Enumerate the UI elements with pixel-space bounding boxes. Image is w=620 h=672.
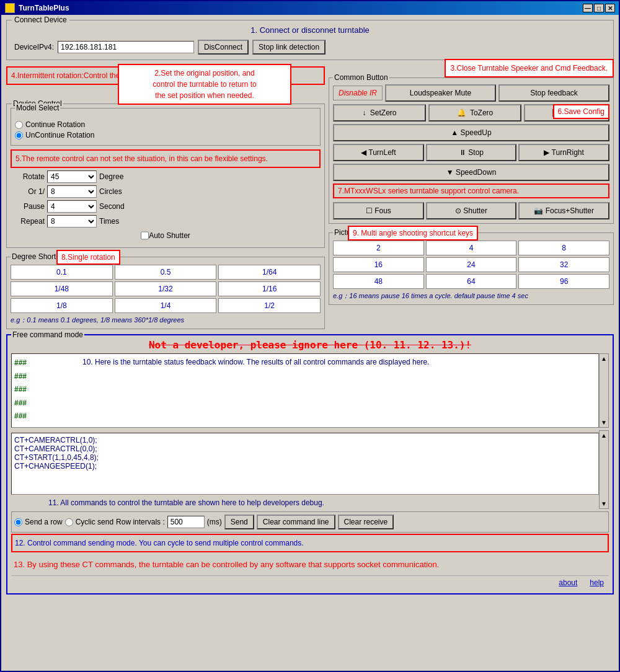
- degree-shortcut-btn[interactable]: 0.5: [115, 265, 217, 280]
- continue-rotation-radio[interactable]: [15, 121, 23, 129]
- focus-shutter-label: Focus+Shutter: [546, 206, 594, 215]
- device-row: DeviceIPv4: DisConnect Stop link detecti…: [14, 40, 606, 55]
- uncontinue-rotation-radio[interactable]: [15, 131, 23, 139]
- command-scrollbar[interactable]: ▲ ▼: [599, 430, 609, 509]
- uncontinue-rotation-row: UnContinue Rotation: [15, 131, 316, 139]
- annotation10: 10. Here is the turntable status feedbac…: [82, 356, 429, 423]
- to-zero-icon: 🔔: [457, 108, 466, 117]
- tooltip7-box: 7.MTxxxWSLx series turntable support con…: [333, 183, 609, 198]
- title-bar: TurnTablePlus — □ ✕: [1, 1, 619, 15]
- row-intervals-input[interactable]: [167, 516, 205, 528]
- degree-shortcut-btn[interactable]: 1/48: [11, 281, 113, 296]
- shutter-label: Shutter: [463, 206, 487, 215]
- send-row: Send a row Cyclic send Row intervals : (…: [11, 511, 609, 533]
- to-zero-button[interactable]: 🔔 ToZero: [428, 104, 521, 122]
- free-command-title: Free command mode: [11, 330, 84, 339]
- shutter-button[interactable]: ⊙ Shutter: [426, 202, 517, 219]
- pictures-shortcut-btn[interactable]: 16: [333, 257, 424, 272]
- degree-shortcut-btn[interactable]: 1/2: [218, 298, 321, 313]
- tooltip2-box: 2.Set the original position, and control…: [118, 64, 291, 105]
- ms-label: (ms): [207, 518, 222, 526]
- send-button[interactable]: Send: [224, 515, 254, 529]
- setzero-row: ↓ SetZero 🔔 ToZero 💾 Save 6.: [333, 104, 609, 122]
- device-label: DeviceIPv4:: [14, 43, 54, 51]
- set-zero-button[interactable]: ↓ SetZero: [333, 104, 426, 122]
- pictures-shortcut-btn[interactable]: 64: [426, 274, 517, 289]
- continue-rotation-label: Continue Rotation: [25, 120, 85, 129]
- degree-shortcut-btn[interactable]: 1/16: [218, 281, 321, 296]
- speed-up-button[interactable]: ▲ SpeedUp: [333, 124, 609, 141]
- circles-select[interactable]: 8416: [47, 185, 97, 198]
- pictures-shortcut-btn[interactable]: 32: [518, 257, 609, 272]
- cyclic-send-label: Cyclic send: [76, 518, 113, 526]
- close-button[interactable]: ✕: [605, 4, 615, 12]
- stop-feedback-button[interactable]: Stop feedback: [498, 84, 609, 102]
- speed-down-button[interactable]: ▼ SpeedDown: [333, 164, 609, 181]
- degree-note: e.g：0.1 means 0.1 degrees, 1/8 means 360…: [11, 316, 321, 325]
- content-area: Connect Device 1. Connect or disconnet t…: [1, 15, 619, 599]
- title-bar-left: TurnTablePlus: [5, 3, 69, 13]
- repeat-select[interactable]: 8416: [47, 215, 97, 228]
- help-link[interactable]: help: [590, 578, 604, 587]
- uncontinue-rotation-label: UnContinue Rotation: [25, 131, 94, 139]
- fous-icon: ☐: [366, 206, 373, 215]
- turn-right-button[interactable]: ▶ TurnRight: [518, 144, 609, 161]
- pictures-shortcut-btn[interactable]: 4: [426, 241, 517, 255]
- tooltip5-box: 5.The remote control can not set the sit…: [11, 149, 321, 168]
- pictures-shortcut-btn[interactable]: 48: [333, 274, 424, 289]
- turn-left-button[interactable]: ◀ TurnLeft: [333, 144, 424, 161]
- fous-button[interactable]: ☐ Fous: [333, 202, 424, 219]
- dev-warning: Not a developer, please ignore here (10.…: [11, 339, 609, 351]
- command-line: CT+START(1,1,0,45,4,8);: [14, 453, 596, 462]
- feedback-scrollbar[interactable]: ▲ ▼: [599, 353, 609, 428]
- set-zero-label: SetZero: [370, 108, 397, 117]
- pictures-shortcut-btn[interactable]: 2: [333, 241, 424, 255]
- restore-button[interactable]: □: [594, 4, 604, 12]
- command-line: CT+CHANGESPEED(1);: [14, 462, 596, 471]
- tooltip3-box: 3.Close Turntable Speeker and Cmd Feedba…: [445, 59, 614, 77]
- annotation11: 11. All commands to control the turntabl…: [48, 497, 599, 509]
- rotate-row: Rotate 4590180360 Degree: [11, 170, 321, 183]
- degree-label: Degree: [99, 172, 118, 181]
- pictures-shortcut-grid: 248162432486496: [333, 241, 609, 289]
- annotation13: 13. By using these CT commands, the turn…: [11, 555, 609, 576]
- disable-ir-button[interactable]: Disnable IR: [333, 86, 383, 100]
- disconnect-button[interactable]: DisConnect: [198, 40, 249, 55]
- step1-label: 1. Connect or disconnet turntable: [14, 25, 606, 35]
- stop-icon: ⏸: [459, 148, 466, 157]
- app-icon: [5, 3, 15, 13]
- pause-select[interactable]: 428: [47, 200, 97, 213]
- pictures-shortcut-btn[interactable]: 8: [518, 241, 609, 255]
- pictures-shortcut-btn[interactable]: 96: [518, 274, 609, 289]
- focus-shutter-button[interactable]: 📷 Focus+Shutter: [518, 202, 609, 219]
- auto-shutter-checkbox[interactable]: [141, 231, 149, 240]
- speed-down-icon: ▼: [446, 168, 454, 177]
- turn-right-icon: ▶: [544, 148, 549, 157]
- cyclic-send-radio[interactable]: [65, 518, 73, 526]
- about-link[interactable]: about: [559, 578, 577, 587]
- send-row-radio[interactable]: [14, 518, 22, 526]
- feedback-hash: ###: [14, 356, 45, 370]
- minimize-button[interactable]: —: [583, 4, 593, 12]
- degree-shortcut-btn[interactable]: 1/8: [11, 298, 113, 313]
- clear-command-button[interactable]: Clear command line: [257, 515, 335, 529]
- stop-link-button[interactable]: Stop link detection: [252, 40, 326, 55]
- degree-shortcut-btn[interactable]: 0.1: [11, 265, 113, 280]
- speed-down-label: SpeedDown: [456, 168, 496, 177]
- pictures-shortcut-btn[interactable]: 24: [426, 257, 517, 272]
- right-panel: 3.Close Turntable Speeker and Cmd Feedba…: [329, 64, 614, 329]
- device-ipv4-input[interactable]: [58, 41, 194, 53]
- feedback-hash: ###: [14, 383, 45, 397]
- rotate-select[interactable]: 4590180360: [47, 170, 97, 183]
- or-row: Or 1/ 8416 Circles: [11, 185, 321, 198]
- pictures-shortcut-box: Pictures Shortcut 9. Multi angle shootin…: [329, 232, 614, 305]
- stop-button[interactable]: ⏸ Stop: [426, 144, 517, 161]
- clear-receive-button[interactable]: Clear receive: [338, 515, 394, 529]
- speed-up-icon: ▲: [451, 128, 458, 137]
- repeat-label: Repeat: [11, 217, 45, 226]
- shutter-icon: ⊙: [455, 206, 461, 215]
- degree-shortcut-btn[interactable]: 1/4: [115, 298, 217, 313]
- degree-shortcut-btn[interactable]: 1/64: [218, 265, 321, 280]
- loudspeaker-mute-button[interactable]: Loudspeaker Mute: [385, 84, 496, 102]
- degree-shortcut-btn[interactable]: 1/32: [115, 281, 217, 296]
